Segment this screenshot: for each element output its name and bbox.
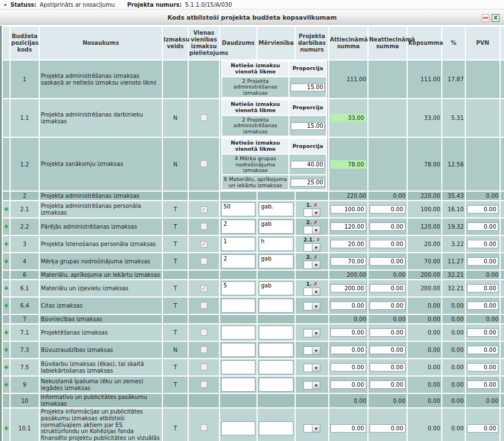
unit-cost-checkbox[interactable]: ✓	[200, 285, 207, 292]
unit-cost-checkbox[interactable]	[200, 364, 207, 370]
remove-action-icon[interactable]: ✗	[314, 281, 318, 287]
vat-input[interactable]	[467, 424, 498, 433]
proportion-input[interactable]	[291, 83, 325, 91]
unit-cost-checkbox[interactable]: ✓	[200, 241, 207, 248]
unit-input[interactable]	[259, 202, 293, 216]
remove-action-icon[interactable]: ✗	[314, 202, 318, 208]
non-attributable-sum-input[interactable]	[370, 380, 405, 389]
non-attributable-sum-input[interactable]	[370, 424, 405, 433]
non-attributable-sum-input[interactable]	[370, 240, 405, 248]
action-number-select[interactable]: ▼	[304, 346, 320, 355]
vat-input[interactable]	[467, 205, 498, 213]
non-attributable-sum-input[interactable]	[370, 346, 405, 354]
expand-arrow-icon[interactable]: ▸	[4, 2, 7, 7]
vat-input[interactable]	[467, 380, 498, 389]
add-row-icon[interactable]: ✚	[4, 206, 8, 212]
proportion-input[interactable]	[291, 161, 325, 169]
unit-input[interactable]	[259, 343, 293, 357]
attributable-sum-input[interactable]	[330, 346, 366, 354]
quantity-input[interactable]	[221, 299, 255, 313]
quantity-input[interactable]	[221, 202, 255, 216]
action-number-select[interactable]: ▼	[304, 208, 320, 217]
attributable-sum-input[interactable]	[330, 380, 366, 389]
action-number-select[interactable]: ▼	[304, 381, 320, 389]
attributable-sum-input[interactable]	[330, 257, 366, 266]
add-row-icon[interactable]: ✚	[4, 329, 8, 336]
remove-action-icon[interactable]: ✗	[314, 254, 318, 260]
pdf-export-icon[interactable]: PDF	[482, 14, 489, 22]
quantity-input[interactable]	[221, 281, 255, 295]
unit-input[interactable]	[259, 254, 293, 268]
add-row-icon[interactable]: ✚	[4, 364, 8, 370]
excel-export-icon[interactable]: X	[492, 14, 500, 22]
action-number-select[interactable]: ▼	[304, 329, 320, 337]
quantity-input[interactable]	[221, 378, 255, 392]
unit-cost-checkbox[interactable]: ✓	[200, 206, 207, 213]
unit-cost-checkbox[interactable]	[200, 258, 207, 264]
non-attributable-sum-input[interactable]	[370, 301, 405, 310]
quantity-input[interactable]	[221, 237, 255, 251]
vat-input[interactable]	[467, 346, 498, 354]
unit-input[interactable]	[259, 299, 293, 313]
proportion-input[interactable]	[291, 122, 325, 130]
attributable-sum-input[interactable]	[330, 424, 366, 433]
non-attributable-sum-input[interactable]	[370, 363, 405, 372]
unit-input[interactable]	[259, 360, 293, 374]
action-number-select[interactable]: ▼	[304, 226, 320, 234]
remove-action-icon[interactable]: ✗	[314, 220, 318, 225]
action-number-select[interactable]: ▼	[304, 424, 320, 433]
unit-cost-checkbox[interactable]	[200, 329, 207, 336]
action-number-select[interactable]: ▼	[304, 302, 320, 310]
attributable-sum-input[interactable]	[330, 222, 366, 231]
vat-input[interactable]	[467, 222, 498, 231]
quantity-input[interactable]	[221, 254, 255, 268]
non-attributable-sum-input[interactable]	[370, 205, 405, 213]
action-number-select[interactable]: ▼	[304, 261, 320, 269]
unit-cost-checkbox[interactable]	[200, 424, 207, 431]
proportion-input[interactable]	[291, 179, 325, 187]
unit-input[interactable]	[259, 326, 293, 340]
vat-input[interactable]	[467, 257, 498, 266]
quantity-input[interactable]	[221, 326, 255, 340]
unit-input[interactable]	[259, 421, 293, 435]
non-attributable-sum-input[interactable]	[370, 284, 405, 293]
attributable-sum-input[interactable]	[330, 240, 366, 248]
unit-cost-checkbox[interactable]	[200, 223, 207, 230]
unit-input[interactable]	[259, 378, 293, 392]
non-attributable-sum-input[interactable]	[370, 257, 405, 266]
quantity-input[interactable]	[221, 360, 255, 374]
add-row-icon[interactable]: ✚	[4, 224, 8, 230]
remove-action-icon[interactable]: ✗	[316, 237, 320, 243]
vat-input[interactable]	[467, 284, 498, 293]
quantity-input[interactable]	[221, 421, 255, 435]
add-row-icon[interactable]: ✚	[4, 382, 8, 388]
add-row-icon[interactable]: ✚	[4, 303, 8, 309]
action-number-select[interactable]: ▼	[304, 287, 320, 296]
unit-input[interactable]	[259, 237, 293, 251]
add-row-icon[interactable]: ✚	[4, 241, 8, 247]
unit-cost-checkbox[interactable]	[200, 346, 207, 353]
vat-input[interactable]	[467, 363, 498, 372]
add-row-icon[interactable]: ✚	[4, 347, 8, 353]
quantity-input[interactable]	[221, 220, 255, 234]
quantity-input[interactable]	[221, 343, 255, 357]
non-attributable-sum-input[interactable]	[370, 328, 405, 337]
non-attributable-sum-input[interactable]	[370, 222, 405, 231]
action-number-select[interactable]: ▼	[304, 364, 320, 372]
unit-cost-checkbox[interactable]	[200, 381, 207, 388]
unit-input[interactable]	[259, 281, 293, 295]
unit-cost-checkbox[interactable]	[200, 302, 207, 309]
vat-input[interactable]	[467, 328, 498, 337]
add-row-icon[interactable]: ✚	[4, 285, 8, 291]
add-row-icon[interactable]: ✚	[4, 425, 8, 431]
vat-input[interactable]	[467, 301, 498, 310]
attributable-sum-input[interactable]	[330, 205, 366, 213]
add-row-icon[interactable]: ✚	[4, 258, 8, 264]
attributable-sum-input[interactable]	[330, 284, 366, 293]
attributable-sum-input[interactable]	[330, 328, 366, 337]
attributable-sum-input[interactable]	[330, 301, 366, 310]
action-number-select[interactable]: ▼	[304, 243, 320, 252]
unit-cost-checkbox[interactable]	[200, 114, 207, 121]
attributable-sum-input[interactable]	[330, 363, 366, 372]
unit-cost-checkbox[interactable]	[200, 160, 207, 167]
